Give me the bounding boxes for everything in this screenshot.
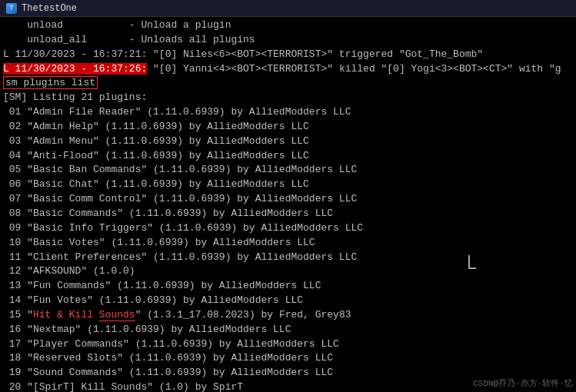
terminal-line: [SM] Listing 21 plugins: <box>3 91 573 105</box>
terminal-line: sm plugins list <box>3 76 573 91</box>
terminal-line: L 11/30/2023 - 16:37:26: "[0] Yanni<4><B… <box>3 62 573 77</box>
terminal-line: 05 "Basic Ban Commands" (1.11.0.6939) by… <box>3 163 573 178</box>
terminal-line: 01 "Admin File Reader" (1.11.0.6939) by … <box>3 105 573 120</box>
terminal-line: 06 "Basic Chat" (1.11.0.6939) by AlliedM… <box>3 178 573 192</box>
terminal-line: 09 "Basic Info Triggers" (1.11.0.6939) b… <box>3 221 573 236</box>
terminal-line: 02 "Admin Help" (1.11.0.6939) by AlliedM… <box>3 120 573 135</box>
terminal-line: 18 "Reserved Slots" (1.11.0.6939) by All… <box>3 351 573 366</box>
window-title: ThetestOne <box>22 3 77 14</box>
terminal-line: 11 "Client Preferences" (1.11.0.6939) by… <box>3 251 573 265</box>
mouse-cursor <box>468 255 476 269</box>
terminal-line: 12 "AFKSOUND" (1.0.0) <box>3 264 573 279</box>
title-bar: T ThetestOne <box>0 0 576 17</box>
terminal-line: 15 "Hit & Kill Sounds" (1.3.1_17.08.2023… <box>3 308 573 323</box>
terminal-line: unload_all - Unloads all plugins <box>3 33 573 48</box>
terminal-line: 03 "Admin Menu" (1.11.0.6939) by AlliedM… <box>3 135 573 149</box>
terminal-line: 07 "Basic Comm Control" (1.11.0.6939) by… <box>3 192 573 207</box>
terminal-line: 14 "Fun Votes" (1.11.0.6939) by AlliedMo… <box>3 294 573 308</box>
terminal-line: 16 "Nextmap" (1.11.0.6939) by AlliedModd… <box>3 323 573 337</box>
terminal-line: 13 "Fun Commands" (1.11.0.6939) by Allie… <box>3 279 573 294</box>
terminal-line: 10 "Basic Votes" (1.11.0.6939) by Allied… <box>3 236 573 251</box>
app-icon: T <box>6 3 17 14</box>
terminal[interactable]: unload - Unload a plugin unload_all - Un… <box>0 17 576 392</box>
terminal-line: 08 "Basic Commands" (1.11.0.6939) by All… <box>3 207 573 221</box>
terminal-line: L 11/30/2023 - 16:37:21: "[0] Niles<6><B… <box>3 48 573 62</box>
terminal-line: unload - Unload a plugin <box>3 18 573 33</box>
watermark: CSDN@乔乃·亦方·软件·忆 <box>473 377 573 389</box>
terminal-line: 04 "Anti-Flood" (1.11.0.6939) by AlliedM… <box>3 149 573 164</box>
terminal-line: 17 "Player Commands" (1.11.0.6939) by Al… <box>3 337 573 352</box>
